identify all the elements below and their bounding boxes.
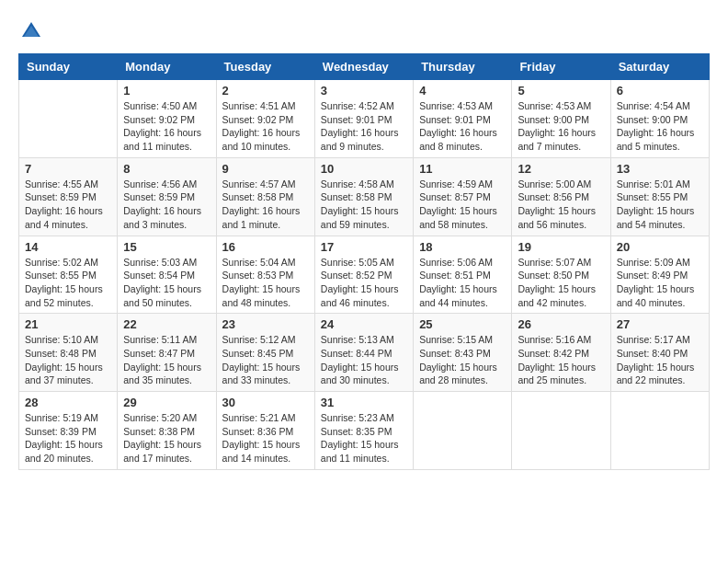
calendar-cell: 17Sunrise: 5:05 AM Sunset: 8:52 PM Dayli… <box>314 236 413 314</box>
weekday-header-saturday: Saturday <box>610 54 709 80</box>
day-number: 11 <box>419 162 506 176</box>
page-header <box>18 18 710 44</box>
day-info: Sunrise: 5:03 AM Sunset: 8:54 PM Dayligh… <box>123 256 210 310</box>
weekday-header-wednesday: Wednesday <box>314 54 413 80</box>
day-info: Sunrise: 4:55 AM Sunset: 8:59 PM Dayligh… <box>25 178 111 232</box>
day-info: Sunrise: 5:15 AM Sunset: 8:43 PM Dayligh… <box>419 333 506 387</box>
calendar-cell: 26Sunrise: 5:16 AM Sunset: 8:42 PM Dayli… <box>512 314 610 392</box>
calendar-cell: 1Sunrise: 4:50 AM Sunset: 9:02 PM Daylig… <box>118 80 216 158</box>
day-info: Sunrise: 5:00 AM Sunset: 8:56 PM Dayligh… <box>518 178 604 232</box>
weekday-header-friday: Friday <box>512 54 610 80</box>
calendar-cell: 19Sunrise: 5:07 AM Sunset: 8:50 PM Dayli… <box>512 236 610 314</box>
weekday-header-sunday: Sunday <box>19 54 118 80</box>
day-info: Sunrise: 5:17 AM Sunset: 8:40 PM Dayligh… <box>617 333 703 387</box>
day-info: Sunrise: 5:11 AM Sunset: 8:47 PM Dayligh… <box>123 333 210 387</box>
calendar-cell: 8Sunrise: 4:56 AM Sunset: 8:59 PM Daylig… <box>118 157 216 236</box>
day-info: Sunrise: 5:19 AM Sunset: 8:39 PM Dayligh… <box>25 411 111 465</box>
day-info: Sunrise: 5:13 AM Sunset: 8:44 PM Dayligh… <box>321 333 407 387</box>
day-number: 28 <box>25 396 111 409</box>
calendar-cell: 27Sunrise: 5:17 AM Sunset: 8:40 PM Dayli… <box>610 314 709 392</box>
calendar-cell: 11Sunrise: 4:59 AM Sunset: 8:57 PM Dayli… <box>414 157 512 236</box>
day-number: 3 <box>321 84 407 98</box>
calendar-week-row: 7Sunrise: 4:55 AM Sunset: 8:59 PM Daylig… <box>19 157 710 236</box>
calendar-cell: 29Sunrise: 5:20 AM Sunset: 8:38 PM Dayli… <box>118 392 216 470</box>
day-number: 10 <box>321 162 407 176</box>
calendar-cell <box>610 392 709 470</box>
day-info: Sunrise: 4:54 AM Sunset: 9:00 PM Dayligh… <box>617 99 703 154</box>
day-number: 1 <box>123 84 210 98</box>
calendar-cell: 20Sunrise: 5:09 AM Sunset: 8:49 PM Dayli… <box>610 236 709 314</box>
calendar-cell: 31Sunrise: 5:23 AM Sunset: 8:35 PM Dayli… <box>314 392 413 470</box>
day-info: Sunrise: 4:53 AM Sunset: 9:01 PM Dayligh… <box>419 99 506 154</box>
day-number: 20 <box>617 240 703 254</box>
day-info: Sunrise: 4:56 AM Sunset: 8:59 PM Dayligh… <box>123 178 210 232</box>
calendar-cell: 7Sunrise: 4:55 AM Sunset: 8:59 PM Daylig… <box>19 157 118 236</box>
calendar-table: SundayMondayTuesdayWednesdayThursdayFrid… <box>18 53 710 470</box>
logo <box>18 18 46 44</box>
calendar-cell: 3Sunrise: 4:52 AM Sunset: 9:01 PM Daylig… <box>314 80 413 158</box>
day-number: 21 <box>25 317 111 331</box>
calendar-cell: 14Sunrise: 5:02 AM Sunset: 8:55 PM Dayli… <box>19 236 118 314</box>
calendar-cell: 18Sunrise: 5:06 AM Sunset: 8:51 PM Dayli… <box>414 236 512 314</box>
weekday-header-tuesday: Tuesday <box>216 54 314 80</box>
day-info: Sunrise: 4:57 AM Sunset: 8:58 PM Dayligh… <box>222 178 309 232</box>
day-number: 30 <box>222 396 309 409</box>
day-info: Sunrise: 5:21 AM Sunset: 8:36 PM Dayligh… <box>222 411 309 465</box>
day-number: 5 <box>518 84 604 98</box>
calendar-cell: 16Sunrise: 5:04 AM Sunset: 8:53 PM Dayli… <box>216 236 314 314</box>
calendar-cell <box>414 392 512 470</box>
day-info: Sunrise: 5:23 AM Sunset: 8:35 PM Dayligh… <box>321 411 407 465</box>
day-number: 18 <box>419 240 506 254</box>
weekday-header-thursday: Thursday <box>414 54 512 80</box>
calendar-cell: 10Sunrise: 4:58 AM Sunset: 8:58 PM Dayli… <box>314 157 413 236</box>
day-number: 31 <box>321 396 407 409</box>
day-info: Sunrise: 5:04 AM Sunset: 8:53 PM Dayligh… <box>222 256 309 310</box>
day-number: 9 <box>222 162 309 176</box>
day-info: Sunrise: 5:06 AM Sunset: 8:51 PM Dayligh… <box>419 256 506 310</box>
calendar-cell: 5Sunrise: 4:53 AM Sunset: 9:00 PM Daylig… <box>512 80 610 158</box>
day-info: Sunrise: 5:16 AM Sunset: 8:42 PM Dayligh… <box>518 333 604 387</box>
day-info: Sunrise: 4:50 AM Sunset: 9:02 PM Dayligh… <box>123 99 210 154</box>
calendar-cell: 25Sunrise: 5:15 AM Sunset: 8:43 PM Dayli… <box>414 314 512 392</box>
day-number: 19 <box>518 240 604 254</box>
calendar-cell <box>19 80 118 158</box>
calendar-cell: 23Sunrise: 5:12 AM Sunset: 8:45 PM Dayli… <box>216 314 314 392</box>
day-info: Sunrise: 4:51 AM Sunset: 9:02 PM Dayligh… <box>222 99 309 154</box>
weekday-header-row: SundayMondayTuesdayWednesdayThursdayFrid… <box>19 54 710 80</box>
day-number: 23 <box>222 317 309 331</box>
day-info: Sunrise: 5:12 AM Sunset: 8:45 PM Dayligh… <box>222 333 309 387</box>
day-number: 15 <box>123 240 210 254</box>
calendar-cell: 12Sunrise: 5:00 AM Sunset: 8:56 PM Dayli… <box>512 157 610 236</box>
day-number: 12 <box>518 162 604 176</box>
day-number: 6 <box>617 84 703 98</box>
calendar-cell: 6Sunrise: 4:54 AM Sunset: 9:00 PM Daylig… <box>610 80 709 158</box>
day-number: 29 <box>123 396 210 409</box>
day-info: Sunrise: 5:05 AM Sunset: 8:52 PM Dayligh… <box>321 256 407 310</box>
calendar-cell: 13Sunrise: 5:01 AM Sunset: 8:55 PM Dayli… <box>610 157 709 236</box>
calendar-cell: 21Sunrise: 5:10 AM Sunset: 8:48 PM Dayli… <box>19 314 118 392</box>
calendar-cell: 30Sunrise: 5:21 AM Sunset: 8:36 PM Dayli… <box>216 392 314 470</box>
day-info: Sunrise: 4:53 AM Sunset: 9:00 PM Dayligh… <box>518 99 604 154</box>
calendar-cell: 4Sunrise: 4:53 AM Sunset: 9:01 PM Daylig… <box>414 80 512 158</box>
day-number: 26 <box>518 317 604 331</box>
day-number: 27 <box>617 317 703 331</box>
logo-icon <box>18 18 44 44</box>
day-number: 2 <box>222 84 309 98</box>
day-number: 22 <box>123 317 210 331</box>
calendar-cell: 2Sunrise: 4:51 AM Sunset: 9:02 PM Daylig… <box>216 80 314 158</box>
day-number: 17 <box>321 240 407 254</box>
calendar-cell: 9Sunrise: 4:57 AM Sunset: 8:58 PM Daylig… <box>216 157 314 236</box>
calendar-cell <box>512 392 610 470</box>
calendar-cell: 22Sunrise: 5:11 AM Sunset: 8:47 PM Dayli… <box>118 314 216 392</box>
day-number: 16 <box>222 240 309 254</box>
calendar-cell: 24Sunrise: 5:13 AM Sunset: 8:44 PM Dayli… <box>314 314 413 392</box>
day-info: Sunrise: 4:52 AM Sunset: 9:01 PM Dayligh… <box>321 99 407 154</box>
weekday-header-monday: Monday <box>118 54 216 80</box>
calendar-week-row: 14Sunrise: 5:02 AM Sunset: 8:55 PM Dayli… <box>19 236 710 314</box>
calendar-cell: 28Sunrise: 5:19 AM Sunset: 8:39 PM Dayli… <box>19 392 118 470</box>
day-number: 25 <box>419 317 506 331</box>
day-number: 24 <box>321 317 407 331</box>
day-info: Sunrise: 5:02 AM Sunset: 8:55 PM Dayligh… <box>25 256 111 310</box>
day-number: 8 <box>123 162 210 176</box>
day-info: Sunrise: 5:01 AM Sunset: 8:55 PM Dayligh… <box>617 178 703 232</box>
